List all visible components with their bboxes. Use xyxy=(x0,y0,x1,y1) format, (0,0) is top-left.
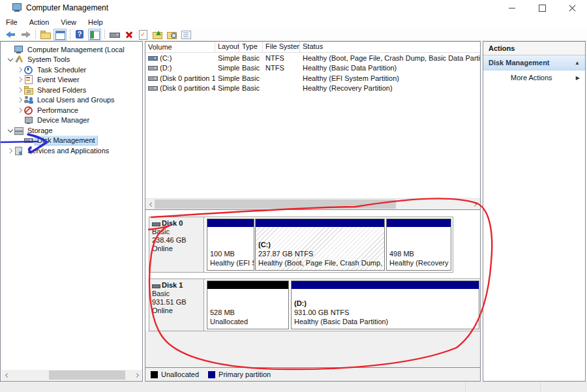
performance-icon xyxy=(23,106,34,115)
partition-unallocated[interactable]: 528 MB Unallocated xyxy=(207,280,289,329)
tree-item-label: Local Users and Groups xyxy=(35,95,117,104)
table-row[interactable]: (D:) Simple Basic NTFS Healthy (Basic Da… xyxy=(145,63,480,74)
chevron-down-icon[interactable] xyxy=(7,56,14,63)
maximize-button[interactable] xyxy=(527,0,557,16)
legend-bar: Unallocated Primary partition xyxy=(145,367,480,381)
partition-efi[interactable]: 100 MB Healthy (EFI S xyxy=(207,219,254,271)
back-arrow-icon[interactable] xyxy=(5,29,18,40)
disk-state: Online xyxy=(152,307,201,315)
table-row[interactable]: (Disk 0 partition 4) Simple Basic Health… xyxy=(145,83,480,94)
column-header-layout[interactable]: Layout xyxy=(215,42,239,52)
toolbar-separator xyxy=(35,29,36,39)
menu-help[interactable]: Help xyxy=(82,17,109,27)
column-header-status[interactable]: Status xyxy=(300,42,480,52)
collapse-caret-icon[interactable]: ▲ xyxy=(575,60,580,66)
export-list-icon[interactable] xyxy=(39,29,52,40)
folder-find-icon[interactable] xyxy=(166,29,179,40)
disk-1-label[interactable]: Disk 1 Basic 931.51 GB Online xyxy=(149,279,204,331)
tree-item-event-viewer[interactable]: Event Viewer xyxy=(1,75,142,85)
scrollbar-thumb[interactable] xyxy=(49,370,125,380)
actions-pane: Actions Disk Management ▲ More Actions ▶ xyxy=(483,41,586,382)
scrollbar-thumb[interactable] xyxy=(155,200,396,209)
volume-list-horizontal-scrollbar[interactable] xyxy=(145,198,480,209)
main-area: Computer Management (Local System Tools … xyxy=(0,41,587,382)
volume-icon xyxy=(148,65,158,71)
tree-item-storage[interactable]: Storage xyxy=(1,125,142,136)
column-header-file-system[interactable]: File System xyxy=(263,42,300,52)
scroll-right-icon[interactable] xyxy=(470,199,480,209)
close-button[interactable] xyxy=(557,0,587,16)
actions-header: Actions xyxy=(483,42,585,55)
tree-item-system-tools[interactable]: System Tools xyxy=(1,55,142,65)
chevron-right-icon[interactable] xyxy=(17,107,23,113)
clock-icon xyxy=(23,65,34,74)
table-row[interactable]: (C:) Simple Basic NTFS Healthy (Boot, Pa… xyxy=(145,53,480,63)
volume-list: Volume Layout Type File System Status (C… xyxy=(145,42,480,198)
graphical-view: Disk 0 Basic 238.46 GB Online 100 MB Hea… xyxy=(145,209,480,367)
tree-item-task-scheduler[interactable]: Task Scheduler xyxy=(1,65,142,75)
chevron-right-icon[interactable] xyxy=(17,87,23,93)
chevron-right-icon[interactable] xyxy=(7,147,14,154)
partition-c[interactable]: (C:) 237.87 GB NTFS Healthy (Boot, Page … xyxy=(255,219,385,271)
tree-item-computer-management[interactable]: Computer Management (Local xyxy=(1,44,142,55)
properties-icon[interactable] xyxy=(180,29,193,40)
check-document-icon[interactable] xyxy=(137,29,150,40)
partition-recovery[interactable]: 498 MB Healthy (Recovery P xyxy=(386,219,451,271)
chevron-right-icon[interactable] xyxy=(17,97,23,103)
scroll-left-icon[interactable] xyxy=(1,370,12,380)
column-header-volume[interactable]: Volume xyxy=(145,42,215,52)
tree-item-performance[interactable]: Performance xyxy=(1,105,142,115)
show-action-pane-icon[interactable] xyxy=(88,29,101,40)
legend-label: Primary partition xyxy=(218,370,271,378)
tree-item-label: System Tools xyxy=(25,55,72,64)
table-row[interactable]: (Disk 0 partition 1) Simple Basic Health… xyxy=(145,73,480,83)
disk-icon xyxy=(23,136,34,145)
chevron-right-icon[interactable] xyxy=(17,67,23,73)
users-icon xyxy=(23,95,34,104)
delete-volume-icon[interactable] xyxy=(123,29,136,40)
menu-action[interactable]: Action xyxy=(23,17,55,27)
disk-size: 238.46 GB xyxy=(152,236,201,245)
column-header-type[interactable]: Type xyxy=(239,42,263,52)
primary-partition-swatch xyxy=(208,371,215,378)
tools-icon xyxy=(14,55,24,64)
disk-1-row: Disk 1 Basic 931.51 GB Online 528 MB Una… xyxy=(149,279,480,331)
tree-item-label: Performance xyxy=(35,106,80,115)
folder-up-icon[interactable] xyxy=(151,29,164,40)
actions-group-disk-management[interactable]: Disk Management ▲ xyxy=(483,55,585,70)
submenu-arrow-icon: ▶ xyxy=(576,75,580,81)
forward-arrow-icon[interactable] xyxy=(19,29,32,40)
partition-color-bar xyxy=(387,219,451,227)
tree-item-label: Task Scheduler xyxy=(35,65,88,74)
tree-item-label: Disk Management xyxy=(35,136,97,145)
disk-state: Online xyxy=(152,245,201,253)
services-icon xyxy=(14,146,24,155)
menu-view[interactable]: View xyxy=(55,17,82,27)
tree-item-shared-folders[interactable]: Shared Folders xyxy=(1,85,142,95)
menu-file[interactable]: File xyxy=(0,17,23,27)
minimize-button[interactable] xyxy=(497,0,527,16)
drive-icon[interactable] xyxy=(108,29,121,40)
partition-d[interactable]: (D:) 931.00 GB NTFS Healthy (Basic Data … xyxy=(291,280,479,329)
tree-horizontal-scrollbar[interactable] xyxy=(1,370,142,380)
disk-icon xyxy=(152,283,160,288)
shared-folder-icon xyxy=(23,85,34,95)
tree-item-local-users-groups[interactable]: Local Users and Groups xyxy=(1,95,142,106)
disk-management-pane: Volume Layout Type File System Status (C… xyxy=(145,41,481,382)
volume-icon xyxy=(148,85,158,91)
chevron-down-icon[interactable] xyxy=(7,127,14,134)
tree-item-disk-management[interactable]: Disk Management xyxy=(1,136,142,146)
tree-item-services-applications[interactable]: Services and Applications xyxy=(1,145,142,156)
scroll-right-icon[interactable] xyxy=(132,370,142,380)
tree-item-device-manager[interactable]: Device Manager xyxy=(1,115,142,126)
volume-list-header: Volume Layout Type File System Status xyxy=(145,42,480,53)
show-console-tree-icon[interactable] xyxy=(53,29,67,40)
more-actions-item[interactable]: More Actions ▶ xyxy=(483,70,585,85)
bottom-strip xyxy=(0,382,587,392)
disk-kind: Basic xyxy=(152,228,201,236)
help-icon[interactable] xyxy=(74,29,87,40)
disk-0-label[interactable]: Disk 0 Basic 238.46 GB Online xyxy=(149,217,204,272)
graph-background xyxy=(145,331,480,367)
chevron-right-icon[interactable] xyxy=(17,76,23,83)
volume-icon xyxy=(148,75,158,82)
